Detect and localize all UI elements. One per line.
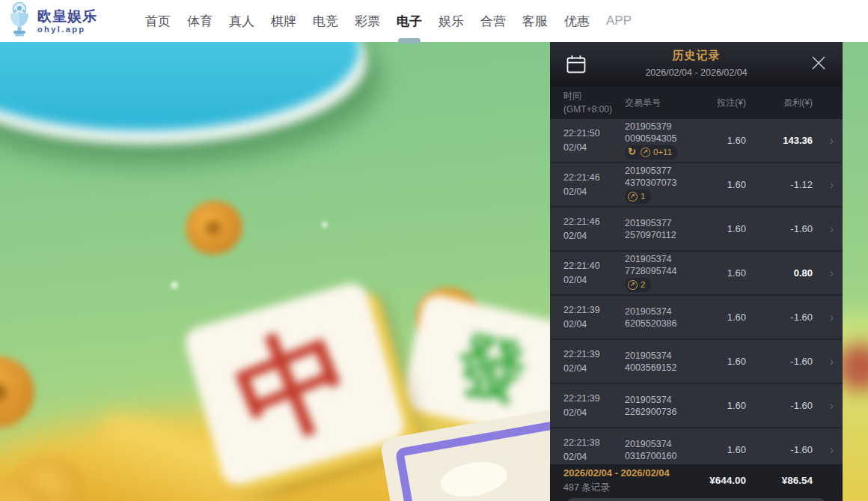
row-time: 22:21:46 xyxy=(563,171,625,184)
nav-item-客服[interactable]: 客服 xyxy=(522,0,548,42)
chevron-right-icon[interactable] xyxy=(813,444,834,456)
green-tile-glyph: 發 xyxy=(450,327,533,409)
history-row[interactable]: 22:21:39 02/04 201905374 2262900736 1.60… xyxy=(550,384,843,427)
row-order-number-line2: 4370307073 xyxy=(625,177,701,189)
nav-item-电竞[interactable]: 电竞 xyxy=(313,0,338,42)
row-profit-amount: -1.60 xyxy=(746,312,813,323)
row-bet-amount: 1.60 xyxy=(701,179,746,190)
nav-menu: 首页 体育 真人 棋牌 电竞 彩票 电子 娱乐 合营 客服 优惠 APP xyxy=(145,0,632,42)
history-panel-header: 历史记录 2026/02/04 - 2026/02/04 xyxy=(550,42,843,87)
respin-icon xyxy=(628,148,638,157)
badge-count: 2 xyxy=(641,279,645,291)
row-bet-amount: 1.60 xyxy=(701,267,746,279)
history-table-header: 时间 (GMT+8:00) 交易单号 投注(¥) 盈利(¥) xyxy=(550,87,843,119)
gold-coin-shape xyxy=(0,356,34,428)
nav-item-真人[interactable]: 真人 xyxy=(229,0,254,42)
active-tab-indicator xyxy=(398,38,421,43)
row-date: 02/04 xyxy=(563,318,625,331)
row-date: 02/04 xyxy=(563,229,625,243)
sparkle-dot xyxy=(322,222,328,228)
panel-bottom-edge xyxy=(550,497,843,501)
top-navigation-bar: 欧皇娱乐 ohyl.app 首页 体育 真人 棋牌 电竞 彩票 电子 娱乐 合营… xyxy=(0,0,868,42)
row-order-number-line2: 0316700160 xyxy=(625,450,701,462)
row-profit-amount: -1.60 xyxy=(746,400,813,411)
summary-profit-total: ¥86.54 xyxy=(746,475,813,486)
chevron-right-icon[interactable] xyxy=(813,312,834,324)
row-order-number-line1: 201905379 xyxy=(625,121,701,133)
row-order-number-line2: 6205520386 xyxy=(625,318,701,330)
sparkle-dot xyxy=(171,282,178,289)
column-profit-label: 盈利(¥) xyxy=(746,97,813,109)
bonus-icon xyxy=(628,192,638,201)
row-feature-badges: 2 xyxy=(625,278,651,292)
nav-item-APP[interactable]: APP xyxy=(606,0,632,42)
row-order-number-line1: 201905374 xyxy=(625,394,701,406)
history-row[interactable]: 22:21:50 02/04 201905379 0090594305 0+11… xyxy=(550,119,843,162)
bottom-button-partial[interactable] xyxy=(566,498,826,501)
row-date: 02/04 xyxy=(563,141,625,154)
row-bet-amount: 1.60 xyxy=(701,400,746,411)
row-bet-amount: 1.60 xyxy=(701,135,746,146)
chevron-right-icon[interactable] xyxy=(813,135,834,147)
history-row[interactable]: 22:21:39 02/04 201905374 6205520386 1.60… xyxy=(550,296,843,338)
row-time: 22:21:39 xyxy=(563,303,625,317)
row-profit-amount: -1.60 xyxy=(746,356,813,367)
row-order-number-line1: 201905374 xyxy=(625,438,701,450)
history-rows: 22:21:50 02/04 201905379 0090594305 0+11… xyxy=(550,119,843,464)
nav-item-娱乐[interactable]: 娱乐 xyxy=(438,0,464,42)
history-row[interactable]: 22:21:39 02/04 201905374 4003569152 1.60… xyxy=(550,340,843,383)
chevron-right-icon[interactable] xyxy=(813,400,834,412)
chevron-right-icon[interactable] xyxy=(813,223,834,235)
summary-bet-total: ¥644.00 xyxy=(701,475,746,486)
nav-item-体育[interactable]: 体育 xyxy=(187,0,213,42)
brand-logo[interactable]: 欧皇娱乐 ohyl.app xyxy=(6,1,97,40)
row-profit-amount: -1.60 xyxy=(746,444,813,455)
row-bet-amount: 1.60 xyxy=(701,312,746,323)
row-time: 22:21:39 xyxy=(563,392,625,405)
row-bet-amount: 1.60 xyxy=(701,356,746,367)
row-feature-badges: 0+11 xyxy=(625,145,678,160)
row-profit-amount: -1.60 xyxy=(746,223,813,234)
badge-count: 0+11 xyxy=(653,147,672,158)
row-date: 02/04 xyxy=(563,406,625,419)
row-bet-amount: 1.60 xyxy=(701,444,746,455)
bonus-icon xyxy=(641,148,650,157)
red-tile-glyph: 中 xyxy=(221,311,367,457)
row-order-number-line1: 201905374 xyxy=(625,253,701,265)
history-row[interactable]: 22:21:46 02/04 201905377 4370307073 1 1.… xyxy=(550,163,843,206)
panel-title: 历史记录 xyxy=(550,49,843,63)
history-row[interactable]: 22:21:46 02/04 201905377 2570970112 1.60… xyxy=(550,207,843,250)
row-date: 02/04 xyxy=(563,362,625,375)
column-timezone-label: (GMT+8:00) xyxy=(563,103,625,116)
row-bet-amount: 1.60 xyxy=(701,223,746,234)
chevron-right-icon[interactable] xyxy=(813,356,834,368)
summary-record-count: 487 条记录 xyxy=(563,482,701,495)
chevron-right-icon[interactable] xyxy=(813,179,834,191)
nav-item-优惠[interactable]: 优惠 xyxy=(564,0,590,42)
row-order-number-line2: 7728095744 xyxy=(625,265,701,277)
nav-item-棋牌[interactable]: 棋牌 xyxy=(271,0,296,42)
summary-date-range: 2026/02/04 - 2026/02/04 xyxy=(563,467,701,480)
panel-date-range: 2026/02/04 - 2026/02/04 xyxy=(550,67,843,78)
row-order-number-line1: 201905374 xyxy=(625,306,701,318)
close-icon[interactable] xyxy=(810,54,828,72)
nav-item-彩票[interactable]: 彩票 xyxy=(355,0,380,42)
brand-name: 欧皇娱乐 xyxy=(37,9,97,23)
row-feature-badges: 1 xyxy=(625,189,651,204)
history-panel: 历史记录 2026/02/04 - 2026/02/04 时间 (GMT+8:0… xyxy=(550,42,843,501)
row-order-number-line2: 0090594305 xyxy=(625,133,701,145)
row-order-number-line2: 2262900736 xyxy=(625,406,701,418)
history-row[interactable]: 22:21:38 02/04 201905374 0316700160 1.60… xyxy=(550,428,843,464)
row-order-number-line1: 201905377 xyxy=(625,217,701,229)
row-profit-amount: 143.36 xyxy=(746,135,813,146)
nav-item-合营[interactable]: 合营 xyxy=(480,0,506,42)
badge-count: 1 xyxy=(641,191,645,202)
nav-item-首页[interactable]: 首页 xyxy=(145,0,171,42)
row-order-number-line1: 201905377 xyxy=(625,165,701,177)
history-row[interactable]: 22:21:40 02/04 201905374 7728095744 2 1.… xyxy=(550,252,843,294)
chevron-right-icon[interactable] xyxy=(813,267,834,279)
row-order-number-line2: 4003569152 xyxy=(625,362,701,374)
row-order-number-line2: 2570970112 xyxy=(625,229,701,241)
trophy-logo-icon xyxy=(6,1,33,40)
nav-item-电子[interactable]: 电子 xyxy=(397,0,422,42)
